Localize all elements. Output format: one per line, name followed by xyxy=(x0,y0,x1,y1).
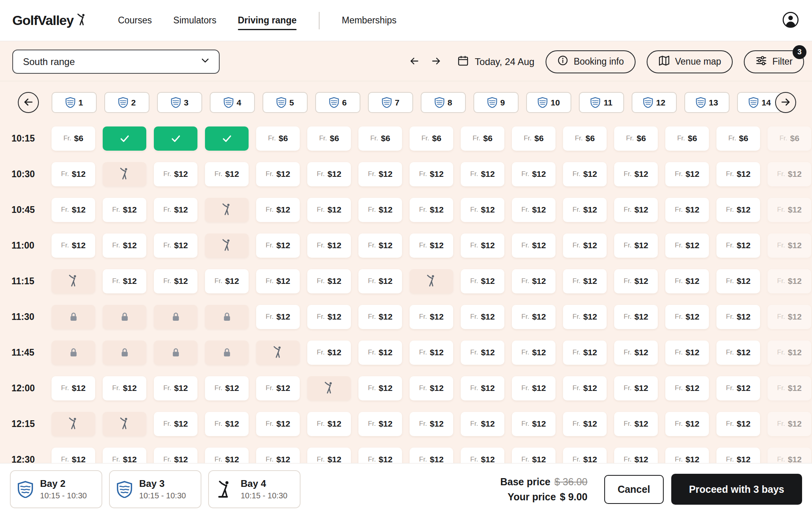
slot-11:00-bay-2[interactable]: Fr.$12 xyxy=(103,234,146,258)
slot-11:00-bay-11[interactable]: Fr.$12 xyxy=(563,234,607,258)
slot-11:30-bay-8[interactable]: Fr.$12 xyxy=(410,305,453,329)
selected-bay-chip-3[interactable]: Bay 4 10:15 - 10:30 xyxy=(208,470,301,508)
slot-11:45-bay-14[interactable]: Fr.$12 xyxy=(716,341,760,365)
slot-10:15-bay-14[interactable]: Fr.$6 xyxy=(716,126,760,151)
slot-10:15-bay-7[interactable]: Fr.$6 xyxy=(358,126,402,151)
slot-12:00-bay-2[interactable]: Fr.$12 xyxy=(103,376,146,400)
slot-10:15-bay-6[interactable]: Fr.$6 xyxy=(307,126,351,151)
slot-11:15-bay-4[interactable]: Fr.$12 xyxy=(205,269,249,293)
slot-12:00-bay-14[interactable]: Fr.$12 xyxy=(716,376,760,400)
slot-12:15-bay-13[interactable]: Fr.$12 xyxy=(665,412,709,436)
slot-12:15-bay-10[interactable]: Fr.$12 xyxy=(512,412,555,436)
slot-10:45-bay-13[interactable]: Fr.$12 xyxy=(665,198,709,222)
proceed-button[interactable]: Proceed with 3 bays xyxy=(671,474,802,505)
bay-header-5[interactable]: 5 xyxy=(262,92,308,113)
slot-11:00-bay-13[interactable]: Fr.$12 xyxy=(665,234,709,258)
slot-11:30-bay-11[interactable]: Fr.$12 xyxy=(563,305,607,329)
slot-10:30-bay-9[interactable]: Fr.$12 xyxy=(461,162,504,186)
bay-header-2[interactable]: 2 xyxy=(104,92,149,113)
slot-12:00-bay-9[interactable]: Fr.$12 xyxy=(461,376,504,400)
slot-10:45-bay-6[interactable]: Fr.$12 xyxy=(307,198,351,222)
bay-header-7[interactable]: 7 xyxy=(368,92,413,113)
bays-scroll-left-button[interactable] xyxy=(18,92,39,113)
booking-info-button[interactable]: Booking info xyxy=(546,50,636,73)
slot-12:00-bay-1[interactable]: Fr.$12 xyxy=(52,376,95,400)
slot-11:30-bay-6[interactable]: Fr.$12 xyxy=(307,305,351,329)
slot-10:45-bay-2[interactable]: Fr.$12 xyxy=(103,198,146,222)
bay-header-1[interactable]: 1 xyxy=(52,92,97,113)
slot-12:15-bay-11[interactable]: Fr.$12 xyxy=(563,412,607,436)
slot-10:15-bay-3[interactable] xyxy=(154,126,197,151)
slot-12:00-bay-11[interactable]: Fr.$12 xyxy=(563,376,607,400)
slot-10:15-bay-11[interactable]: Fr.$6 xyxy=(563,126,607,151)
account-button[interactable] xyxy=(781,11,800,30)
bays-scroll-right-button[interactable] xyxy=(775,92,796,113)
slot-12:15-bay-14[interactable]: Fr.$12 xyxy=(716,412,760,436)
slot-10:45-bay-14[interactable]: Fr.$12 xyxy=(716,198,760,222)
venue-map-button[interactable]: Venue map xyxy=(647,50,733,73)
slot-12:00-bay-4[interactable]: Fr.$12 xyxy=(205,376,249,400)
slot-10:30-bay-10[interactable]: Fr.$12 xyxy=(512,162,555,186)
slot-11:30-bay-10[interactable]: Fr.$12 xyxy=(512,305,555,329)
date-next-button[interactable] xyxy=(428,54,444,70)
slot-11:45-bay-8[interactable]: Fr.$12 xyxy=(410,341,453,365)
bay-header-3[interactable]: 3 xyxy=(157,92,202,113)
slot-12:00-bay-8[interactable]: Fr.$12 xyxy=(410,376,453,400)
logo[interactable]: GolfValley xyxy=(12,13,88,28)
slot-10:45-bay-5[interactable]: Fr.$12 xyxy=(256,198,300,222)
slot-10:45-bay-11[interactable]: Fr.$12 xyxy=(563,198,607,222)
slot-10:45-bay-8[interactable]: Fr.$12 xyxy=(410,198,453,222)
slot-11:00-bay-14[interactable]: Fr.$12 xyxy=(716,234,760,258)
slot-11:15-bay-10[interactable]: Fr.$12 xyxy=(512,269,555,293)
bay-header-12[interactable]: 12 xyxy=(632,92,677,113)
slot-11:15-bay-3[interactable]: Fr.$12 xyxy=(154,269,197,293)
slot-11:00-bay-5[interactable]: Fr.$12 xyxy=(256,234,300,258)
slot-12:15-bay-9[interactable]: Fr.$12 xyxy=(461,412,504,436)
slot-12:15-bay-12[interactable]: Fr.$12 xyxy=(614,412,658,436)
slot-11:30-bay-14[interactable]: Fr.$12 xyxy=(716,305,760,329)
slot-11:15-bay-12[interactable]: Fr.$12 xyxy=(614,269,658,293)
slot-10:15-bay-1[interactable]: Fr.$6 xyxy=(52,126,95,151)
slot-11:15-bay-6[interactable]: Fr.$12 xyxy=(307,269,351,293)
nav-simulators[interactable]: Simulators xyxy=(173,0,216,41)
date-display[interactable]: Today, 24 Aug xyxy=(457,55,534,69)
slot-11:45-bay-10[interactable]: Fr.$12 xyxy=(512,341,555,365)
slot-11:15-bay-13[interactable]: Fr.$12 xyxy=(665,269,709,293)
cancel-button[interactable]: Cancel xyxy=(604,475,664,504)
slot-10:30-bay-4[interactable]: Fr.$12 xyxy=(205,162,249,186)
slot-10:30-bay-12[interactable]: Fr.$12 xyxy=(614,162,658,186)
slot-11:45-bay-9[interactable]: Fr.$12 xyxy=(461,341,504,365)
slot-11:30-bay-13[interactable]: Fr.$12 xyxy=(665,305,709,329)
slot-11:00-bay-7[interactable]: Fr.$12 xyxy=(358,234,402,258)
bay-header-4[interactable]: 4 xyxy=(210,92,255,113)
slot-12:15-bay-6[interactable]: Fr.$12 xyxy=(307,412,351,436)
slot-11:15-bay-2[interactable]: Fr.$12 xyxy=(103,269,146,293)
slot-10:45-bay-1[interactable]: Fr.$12 xyxy=(52,198,95,222)
slot-10:15-bay-13[interactable]: Fr.$6 xyxy=(665,126,709,151)
slot-12:15-bay-8[interactable]: Fr.$12 xyxy=(410,412,453,436)
slot-10:30-bay-8[interactable]: Fr.$12 xyxy=(410,162,453,186)
slot-11:00-bay-10[interactable]: Fr.$12 xyxy=(512,234,555,258)
slot-12:15-bay-4[interactable]: Fr.$12 xyxy=(205,412,249,436)
slot-11:00-bay-6[interactable]: Fr.$12 xyxy=(307,234,351,258)
slot-12:15-bay-7[interactable]: Fr.$12 xyxy=(358,412,402,436)
slot-10:45-bay-9[interactable]: Fr.$12 xyxy=(461,198,504,222)
slot-11:00-bay-3[interactable]: Fr.$12 xyxy=(154,234,197,258)
slot-10:30-bay-7[interactable]: Fr.$12 xyxy=(358,162,402,186)
slot-10:45-bay-12[interactable]: Fr.$12 xyxy=(614,198,658,222)
slot-12:00-bay-13[interactable]: Fr.$12 xyxy=(665,376,709,400)
slot-11:15-bay-7[interactable]: Fr.$12 xyxy=(358,269,402,293)
slot-10:15-bay-4[interactable] xyxy=(205,126,249,151)
slot-12:15-bay-3[interactable]: Fr.$12 xyxy=(154,412,197,436)
bay-header-6[interactable]: 6 xyxy=(315,92,360,113)
slot-11:30-bay-12[interactable]: Fr.$12 xyxy=(614,305,658,329)
slot-10:15-bay-2[interactable] xyxy=(103,126,146,151)
bay-header-10[interactable]: 10 xyxy=(526,92,571,113)
slot-11:45-bay-7[interactable]: Fr.$12 xyxy=(358,341,402,365)
slot-11:45-bay-11[interactable]: Fr.$12 xyxy=(563,341,607,365)
selected-bay-chip-2[interactable]: Bay 3 10:15 - 10:30 xyxy=(109,470,201,508)
slot-10:15-bay-8[interactable]: Fr.$6 xyxy=(410,126,453,151)
slot-12:00-bay-12[interactable]: Fr.$12 xyxy=(614,376,658,400)
bay-header-8[interactable]: 8 xyxy=(421,92,466,113)
slot-10:45-bay-3[interactable]: Fr.$12 xyxy=(154,198,197,222)
